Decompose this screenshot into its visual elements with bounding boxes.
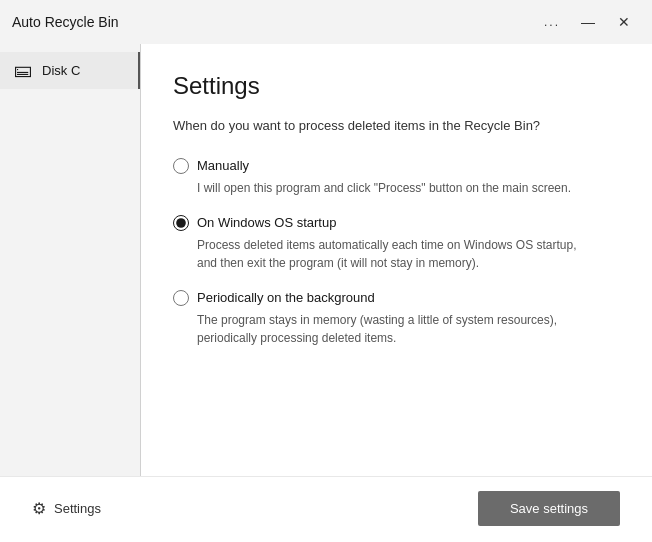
minimize-button[interactable]: — [572, 8, 604, 36]
option-on-startup: On Windows OS startup Process deleted it… [173, 215, 620, 272]
option-periodically-row: Periodically on the background [173, 290, 620, 306]
window-controls: ... — ✕ [536, 8, 640, 36]
radio-periodically-description: The program stays in memory (wasting a l… [197, 311, 597, 347]
radio-periodically-label[interactable]: Periodically on the background [197, 290, 375, 305]
sidebar-item-label: Disk C [42, 63, 80, 78]
settings-link[interactable]: ⚙ Settings [32, 499, 101, 518]
gear-icon: ⚙ [32, 499, 46, 518]
radio-on-startup-description: Process deleted items automatically each… [197, 236, 597, 272]
settings-link-label: Settings [54, 501, 101, 516]
sidebar-item-disk-c[interactable]: 🖴 Disk C [0, 52, 140, 89]
footer: ⚙ Settings Save settings [0, 476, 652, 542]
option-manually-row: Manually [173, 158, 620, 174]
save-settings-button[interactable]: Save settings [478, 491, 620, 526]
more-options-button[interactable]: ... [536, 8, 568, 36]
sidebar: 🖴 Disk C [0, 44, 140, 476]
radio-manually-label[interactable]: Manually [197, 158, 249, 173]
option-on-startup-row: On Windows OS startup [173, 215, 620, 231]
radio-periodically[interactable] [173, 290, 189, 306]
title-bar: Auto Recycle Bin ... — ✕ [0, 0, 652, 44]
radio-on-startup-label[interactable]: On Windows OS startup [197, 215, 336, 230]
page-description: When do you want to process deleted item… [173, 116, 603, 136]
option-manually: Manually I will open this program and cl… [173, 158, 620, 197]
page-title: Settings [173, 72, 620, 100]
radio-manually-description: I will open this program and click "Proc… [197, 179, 597, 197]
radio-group: Manually I will open this program and cl… [173, 158, 620, 457]
option-periodically: Periodically on the background The progr… [173, 290, 620, 347]
disk-icon: 🖴 [14, 60, 32, 81]
app-title: Auto Recycle Bin [12, 14, 119, 30]
radio-on-startup[interactable] [173, 215, 189, 231]
main-layout: 🖴 Disk C Settings When do you want to pr… [0, 44, 652, 476]
main-content: Settings When do you want to process del… [141, 44, 652, 476]
close-button[interactable]: ✕ [608, 8, 640, 36]
radio-manually[interactable] [173, 158, 189, 174]
